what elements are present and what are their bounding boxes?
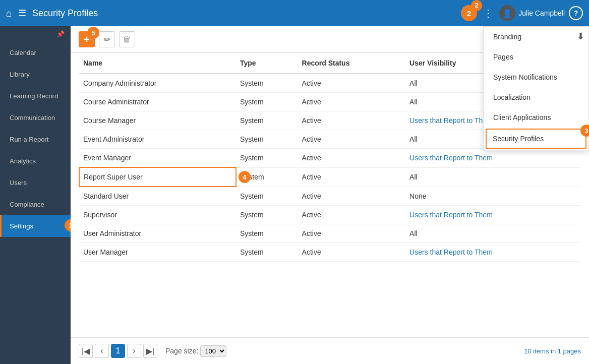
cell-type: System xyxy=(236,74,298,93)
cell-record-status: Active xyxy=(298,167,406,187)
dropdown-item-client-applications[interactable]: Client Applications xyxy=(484,107,588,128)
annotation-2: 2 xyxy=(471,0,482,11)
cell-type: System xyxy=(236,243,298,262)
page-size-select[interactable]: 100 50 25 xyxy=(200,345,226,357)
user-name: Julie Campbell xyxy=(518,9,565,17)
cell-record-status: Active xyxy=(298,74,406,93)
cell-type: System xyxy=(236,206,298,224)
hamburger-icon[interactable]: ☰ xyxy=(18,8,26,19)
download-icon[interactable]: ⬇ xyxy=(577,31,584,42)
cell-record-status: Active xyxy=(298,130,406,149)
pagination-controls: |◀ ‹ 1 › ▶| Page size: 100 50 25 xyxy=(79,344,226,358)
sidebar-item-compliance[interactable]: Compliance xyxy=(0,194,71,215)
user-menu[interactable]: 👤 Julie Campbell xyxy=(499,5,565,21)
dropdown-item-security-profiles[interactable]: Security Profiles 3 xyxy=(486,129,586,149)
table-row[interactable]: Event ManagerSystemActiveUsers that Repo… xyxy=(79,149,581,168)
cell-user-visibility: Users that Report to Them xyxy=(405,243,581,262)
cell-record-status: Active xyxy=(298,149,406,168)
cell-record-status: Active xyxy=(298,93,406,111)
cell-type: System xyxy=(236,93,298,111)
cell-record-status: Active xyxy=(298,111,406,130)
last-page-button[interactable]: ▶| xyxy=(143,344,157,358)
next-page-button[interactable]: › xyxy=(127,344,141,358)
pagination-total: 10 items in 1 pages xyxy=(524,347,581,355)
layout: 📌 Calendar Library Learning Record Commu… xyxy=(0,26,589,364)
cell-name: Event Administrator xyxy=(79,130,236,149)
sidebar-item-users[interactable]: Users xyxy=(0,172,71,194)
table-row[interactable]: User AdministratorSystemActiveAll xyxy=(79,224,581,243)
sidebar-item-library[interactable]: Library xyxy=(0,64,71,85)
annotation-5: 5 xyxy=(87,27,99,39)
header-right: 22 ⋮ 👤 Julie Campbell ? xyxy=(461,5,583,21)
col-record-status: Record Status xyxy=(298,53,406,74)
cell-user-visibility: None xyxy=(405,187,581,206)
cell-name: User Manager xyxy=(79,243,236,262)
dropdown-menu: ⬇ Branding Pages System Notifications Lo… xyxy=(483,26,589,150)
cell-name: Report Super User4 xyxy=(79,167,236,187)
help-button[interactable]: ? xyxy=(569,6,583,20)
sidebar: 📌 Calendar Library Learning Record Commu… xyxy=(0,26,71,364)
cell-name: Supervisor xyxy=(79,206,236,224)
header-title: Security Profiles xyxy=(32,8,455,19)
table-row[interactable]: Standard UserSystemActiveNone xyxy=(79,187,581,206)
sidebar-item-run-a-report[interactable]: Run a Report xyxy=(0,129,71,150)
cell-user-visibility: Users that Report to Them xyxy=(405,149,581,168)
cell-type: System xyxy=(236,187,298,206)
sidebar-item-calendar[interactable]: Calendar xyxy=(0,42,71,64)
table-row[interactable]: Report Super User4SystemActiveAll xyxy=(79,167,581,187)
col-type: Type xyxy=(236,53,298,74)
cell-record-status: Active xyxy=(298,206,406,224)
notification-badge[interactable]: 22 xyxy=(461,5,477,21)
dropdown-item-pages[interactable]: Pages xyxy=(484,47,588,67)
pagination: |◀ ‹ 1 › ▶| Page size: 100 50 25 10 item… xyxy=(71,337,589,364)
header: ⌂ ☰ Security Profiles 22 ⋮ 👤 Julie Campb… xyxy=(0,0,589,26)
cell-type: System xyxy=(236,111,298,130)
cell-user-visibility: All xyxy=(405,224,581,243)
avatar: 👤 xyxy=(499,5,515,21)
sidebar-item-learning-record[interactable]: Learning Record xyxy=(0,85,71,107)
pin-icon[interactable]: 📌 xyxy=(0,26,71,42)
cell-record-status: Active xyxy=(298,187,406,206)
dropdown-item-localization[interactable]: Localization xyxy=(484,87,588,107)
cell-name: Company Administrator xyxy=(79,74,236,93)
cell-name: Event Manager xyxy=(79,149,236,168)
page-size-label: Page size: xyxy=(165,347,198,355)
cell-type: System xyxy=(236,130,298,149)
cell-user-visibility: Users that Report to Them xyxy=(405,206,581,224)
dropdown-item-branding[interactable]: Branding xyxy=(484,27,588,47)
prev-page-button[interactable]: ‹ xyxy=(95,344,109,358)
cell-name: Standard User xyxy=(79,187,236,206)
cell-user-visibility: All xyxy=(405,167,581,187)
col-name: Name xyxy=(79,53,236,74)
cell-type: System xyxy=(236,149,298,168)
current-page-button[interactable]: 1 xyxy=(111,344,125,358)
sidebar-item-communication[interactable]: Communication xyxy=(0,107,71,129)
edit-button[interactable]: ✏ xyxy=(99,31,115,47)
sidebar-item-analytics[interactable]: Analytics xyxy=(0,150,71,172)
page-size-selector: Page size: 100 50 25 xyxy=(165,345,226,357)
annotation-4: 4 xyxy=(239,171,251,183)
cell-name: Course Administrator xyxy=(79,93,236,111)
annotation-3: 3 xyxy=(580,125,589,137)
cell-type: System xyxy=(236,224,298,243)
add-button[interactable]: + 5 xyxy=(79,31,95,47)
cell-name: User Administrator xyxy=(79,224,236,243)
delete-button[interactable]: 🗑 xyxy=(119,31,135,47)
more-options-icon[interactable]: ⋮ xyxy=(481,5,495,21)
cell-name: Course Manager xyxy=(79,111,236,130)
home-icon[interactable]: ⌂ xyxy=(6,8,12,19)
table-row[interactable]: SupervisorSystemActiveUsers that Report … xyxy=(79,206,581,224)
cell-record-status: Active xyxy=(298,224,406,243)
cell-record-status: Active xyxy=(298,243,406,262)
table-row[interactable]: User ManagerSystemActiveUsers that Repor… xyxy=(79,243,581,262)
sidebar-item-settings[interactable]: Settings 1 xyxy=(0,215,71,237)
first-page-button[interactable]: |◀ xyxy=(79,344,93,358)
dropdown-item-system-notifications[interactable]: System Notifications xyxy=(484,67,588,87)
